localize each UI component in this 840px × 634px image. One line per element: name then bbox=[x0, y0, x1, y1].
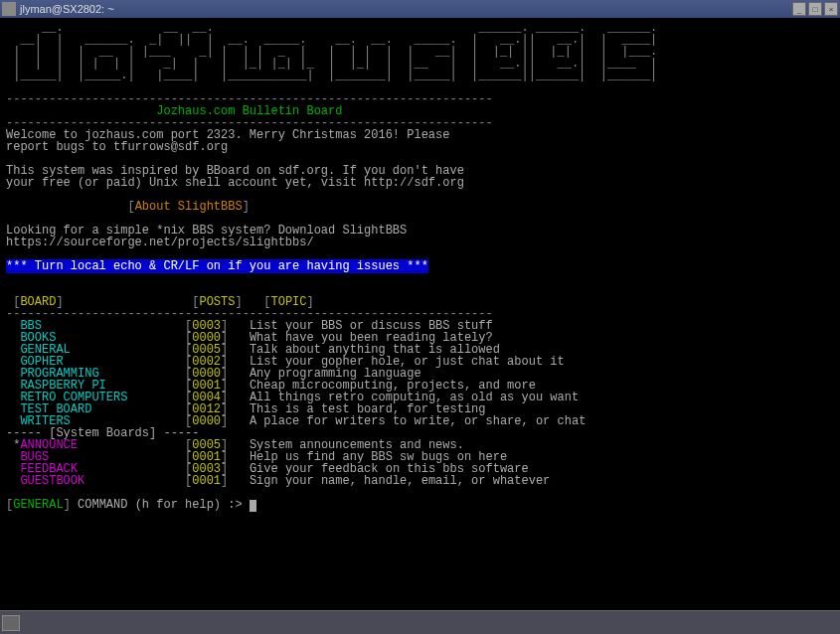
welcome-text: report bugs to tfurrows@sdf.org bbox=[6, 140, 228, 154]
board-posts: 0001 bbox=[192, 474, 221, 488]
ascii-art-line: |_____| |_____.| |____| |___________| |_… bbox=[6, 69, 657, 82]
board-topic: A place for writers to write, or share, … bbox=[250, 414, 586, 428]
terminal-viewport[interactable]: __. __ __. ______. ______. ______. __| |… bbox=[0, 18, 840, 610]
window-titlebar: jlyman@SX2802: ~ _ □ × bbox=[0, 0, 840, 18]
prompt-text: COMMAND (h for help) :> bbox=[71, 498, 250, 512]
download-url: https://sourceforge.net/projects/slightb… bbox=[6, 236, 314, 249]
prompt-board: GENERAL bbox=[13, 498, 63, 512]
about-heading: About SlightBBS bbox=[135, 200, 243, 214]
window-close-button[interactable]: × bbox=[824, 2, 838, 16]
window-iconify-button[interactable]: _ bbox=[792, 2, 806, 16]
system-board-name[interactable]: GUESTBOOK bbox=[20, 474, 84, 488]
window-maximize-button[interactable]: □ bbox=[808, 2, 822, 16]
board-topic: Sign your name, handle, email, or whatev… bbox=[250, 474, 550, 488]
taskbar bbox=[0, 610, 840, 634]
taskbar-item[interactable] bbox=[2, 615, 20, 631]
window-menu-icon[interactable] bbox=[2, 2, 16, 16]
terminal-cursor[interactable] bbox=[250, 500, 256, 512]
echo-notice: *** Turn local echo & CR/LF on if you ar… bbox=[6, 259, 428, 273]
inspired-text: your free (or paid) Unix shell account y… bbox=[6, 176, 464, 190]
window-title: jlyman@SX2802: ~ bbox=[20, 3, 790, 15]
